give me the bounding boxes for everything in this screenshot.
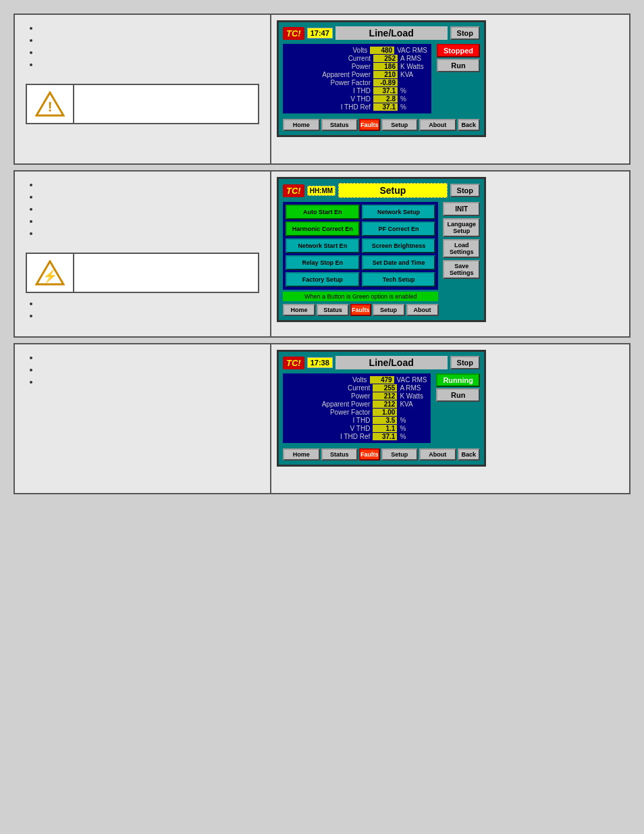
init-button-2[interactable]: INIT: [443, 202, 480, 216]
nav-about-3[interactable]: About: [419, 448, 456, 461]
bullet-1-4: [39, 59, 259, 69]
bullet-2b-1: [39, 298, 259, 308]
metric-value-volts-3: 479: [370, 376, 394, 384]
metric-appower-1: Apparent Power 210 KVA: [287, 71, 427, 78]
setup-right-col-2: INIT Language Setup Load Settings Save S…: [443, 202, 480, 316]
nav-about-2[interactable]: About: [406, 304, 439, 316]
section-1-right: TC! 17:47 Line/Load Stop Volts 480 VAC R…: [271, 15, 629, 163]
save-settings-btn[interactable]: Save Settings: [443, 260, 480, 279]
metric-volts-3: Volts 479 VAC RMS: [287, 376, 427, 384]
screen-body-3: Volts 479 VAC RMS Current 255 A RMS Powe…: [283, 373, 480, 446]
metric-unit-volts-3: VAC RMS: [397, 376, 427, 384]
metric-label-ithd-1: I THD: [310, 87, 371, 95]
nav-about-1[interactable]: About: [419, 119, 456, 131]
bullet-2-1: [39, 180, 259, 189]
metric-label-ithd-3: I THD: [309, 417, 370, 424]
metric-label-appower-1: Apparent Power: [310, 71, 371, 78]
metric-ithd-3: I THD 3.5 %: [287, 417, 427, 424]
nav-setup-2[interactable]: Setup: [373, 304, 405, 316]
language-setup-btn[interactable]: Language Setup: [443, 218, 480, 237]
screen-nav-3: Home Status Faults Setup About Back: [283, 448, 480, 461]
warning-text-1: [74, 85, 258, 123]
nav-back-3[interactable]: Back: [458, 448, 481, 461]
section-2-left: ⚡: [15, 172, 271, 336]
set-date-time-btn[interactable]: Set Date and Time: [362, 255, 436, 270]
setup-main-col: Auto Start En Network Setup Harmonic Cor…: [283, 202, 438, 316]
metric-unit-volts-1: VAC RMS: [397, 47, 427, 54]
nav-setup-1[interactable]: Setup: [381, 119, 419, 131]
section-3-left: [15, 344, 271, 493]
relay-stop-en-btn[interactable]: Relay Stop En: [286, 255, 360, 270]
time-badge-3: 17:38: [307, 357, 333, 368]
nav-faults-1[interactable]: Faults: [359, 119, 380, 131]
factory-setup-btn[interactable]: Factory Setup: [286, 272, 360, 287]
metric-value-appower-1: 210: [373, 71, 398, 78]
warning-box-1: !: [26, 84, 259, 124]
metrics-area-1: Volts 480 VAC RMS Current 252 A RMS Powe…: [283, 44, 431, 113]
tech-setup-btn[interactable]: Tech Setup: [362, 272, 436, 287]
metric-label-current-3: Current: [309, 384, 370, 392]
metric-value-appower-3: 212: [373, 400, 397, 408]
metric-unit-vthd-3: %: [400, 425, 427, 432]
nav-faults-2[interactable]: Faults: [350, 304, 371, 316]
pf-correct-en-btn[interactable]: PF Correct En: [362, 221, 436, 236]
run-button-1[interactable]: Run: [437, 59, 480, 72]
lightning-triangle-icon: ⚡: [35, 260, 65, 286]
metric-unit-ithdref-1: %: [400, 103, 427, 111]
metric-power-1: Power 186 K Watts: [287, 63, 427, 70]
device-screen-1: TC! 17:47 Line/Load Stop Volts 480 VAC R…: [277, 20, 486, 137]
load-settings-btn[interactable]: Load Settings: [443, 239, 480, 258]
tci-logo-1: TC!: [283, 27, 304, 40]
run-button-3[interactable]: Run: [436, 388, 480, 402]
metric-value-ithd-1: 37.1: [373, 87, 398, 95]
nav-status-1[interactable]: Status: [321, 119, 358, 131]
metric-pf-1: Power Factor -0.89: [287, 79, 427, 86]
metric-value-ithd-3: 3.5: [373, 417, 397, 424]
running-button-3[interactable]: Running: [436, 373, 480, 387]
stop-button-2[interactable]: Stop: [450, 184, 480, 197]
metrics-area-3: Volts 479 VAC RMS Current 255 A RMS Powe…: [283, 373, 431, 443]
screen-header-1: TC! 17:47 Line/Load Stop: [283, 26, 480, 40]
nav-home-3[interactable]: Home: [283, 448, 320, 461]
nav-setup-3[interactable]: Setup: [381, 448, 419, 461]
metric-label-vthd-1: V THD: [310, 95, 371, 103]
bullet-list-1: [26, 23, 259, 72]
metric-label-volts-1: Volts: [306, 47, 367, 54]
nav-home-2[interactable]: Home: [283, 304, 315, 316]
stopped-button-1[interactable]: Stopped: [437, 44, 480, 57]
metric-label-appower-3: Apparent Power: [309, 400, 370, 408]
metric-unit-ithd-1: %: [400, 87, 427, 95]
warning-text-2: [74, 254, 258, 292]
stop-button-1[interactable]: Stop: [450, 26, 480, 40]
bullet-2-3: [39, 204, 259, 213]
time-badge-1: 17:47: [307, 28, 333, 38]
metric-value-vthd-3: 1.1: [373, 425, 397, 432]
bullet-3-2: [39, 365, 259, 374]
nav-status-2[interactable]: Status: [317, 304, 349, 316]
bullet-2-5: [39, 228, 259, 238]
setup-grid-2: Auto Start En Network Setup Harmonic Cor…: [283, 202, 438, 290]
metric-unit-power-3: K Watts: [400, 392, 427, 400]
stop-button-3[interactable]: Stop: [450, 356, 480, 369]
nav-faults-3[interactable]: Faults: [359, 448, 380, 461]
network-setup-btn[interactable]: Network Setup: [362, 205, 436, 219]
nav-home-1[interactable]: Home: [283, 119, 320, 131]
nav-back-1[interactable]: Back: [458, 119, 481, 131]
auto-start-en-btn[interactable]: Auto Start En: [286, 205, 360, 219]
section-2: ⚡ TC! HH:MM Setup Stop Auto Start En: [14, 170, 630, 338]
metric-label-pf-3: Power Factor: [309, 409, 370, 416]
bullet-list-2: [26, 180, 259, 240]
metric-current-1: Current 252 A RMS: [287, 55, 427, 62]
metric-label-ithdref-1: I THD Ref: [310, 103, 371, 111]
metric-unit-appower-1: KVA: [400, 71, 427, 78]
metric-unit-appower-3: KVA: [400, 400, 427, 408]
network-start-en-btn[interactable]: Network Start En: [286, 238, 360, 253]
warning-box-2: ⚡: [26, 253, 259, 293]
device-screen-3: TC! 17:38 Line/Load Stop Volts 479 VAC R…: [277, 350, 486, 467]
nav-status-3[interactable]: Status: [321, 448, 358, 461]
screen-body-1: Volts 480 VAC RMS Current 252 A RMS Powe…: [283, 44, 480, 116]
metric-unit-current-1: A RMS: [400, 55, 427, 62]
screen-brightness-btn[interactable]: Screen Brightness: [362, 238, 436, 253]
harmonic-correct-en-btn[interactable]: Harmonic Correct En: [286, 221, 360, 236]
metric-value-vthd-1: 2.8: [373, 95, 398, 103]
